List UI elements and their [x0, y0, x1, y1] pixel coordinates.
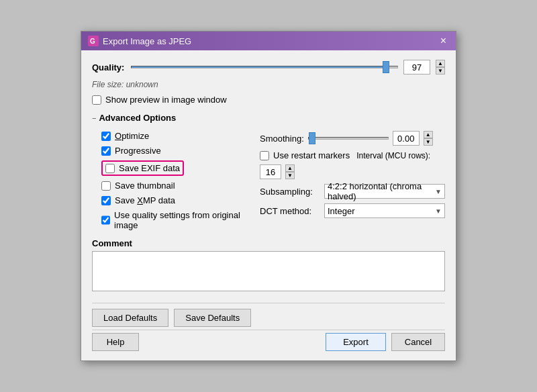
- interval-label: Interval (MCU rows):: [356, 151, 430, 160]
- save-xmp-label: Save XMP data: [115, 195, 175, 205]
- subsampling-value: 4:2:2 horizontal (chroma halved): [328, 181, 435, 201]
- left-column: Optimize Progressive Save EXIF data: [101, 131, 253, 230]
- smoothing-value[interactable]: 0.00: [393, 131, 420, 146]
- collapse-icon[interactable]: −: [92, 114, 96, 122]
- dct-row: DCT method: Integer ▼: [260, 203, 445, 218]
- help-button[interactable]: Help: [92, 333, 139, 351]
- advanced-options-content: Optimize Progressive Save EXIF data: [92, 131, 445, 230]
- restart-markers-row: Use restart markers Interval (MCU rows):…: [260, 150, 445, 179]
- comment-textarea[interactable]: [92, 251, 445, 291]
- save-exif-row: Save EXIF data: [101, 160, 253, 176]
- quality-slider-fill: [132, 66, 389, 68]
- close-button[interactable]: ×: [438, 36, 449, 46]
- cancel-button[interactable]: Cancel: [391, 333, 445, 351]
- smoothing-spin-down[interactable]: ▼: [424, 138, 433, 146]
- save-exif-highlight: Save EXIF data: [101, 160, 184, 176]
- use-quality-row: Use quality settings from original image: [101, 210, 253, 230]
- restart-markers-checkbox[interactable]: [260, 151, 269, 160]
- dct-dropdown-arrow: ▼: [435, 207, 442, 215]
- svg-text:G: G: [90, 38, 95, 45]
- dialog-title: Export Image as JPEG: [103, 36, 191, 46]
- use-quality-label: Use quality settings from original image: [114, 210, 253, 230]
- save-thumbnail-row: Save thumbnail: [101, 181, 253, 191]
- interval-spin: ▲ ▼: [285, 164, 295, 179]
- quality-label: Quality:: [92, 62, 126, 72]
- interval-value[interactable]: 16: [260, 164, 281, 179]
- title-bar: G Export Image as JPEG ×: [81, 32, 456, 50]
- smoothing-spin: ▲ ▼: [424, 131, 433, 146]
- progressive-row: Progressive: [101, 146, 253, 156]
- load-defaults-button[interactable]: Load Defaults: [92, 309, 168, 327]
- interval-spin-down[interactable]: ▼: [285, 172, 295, 179]
- quality-slider-track: [131, 66, 398, 68]
- subsampling-row: Subsampling: 4:2:2 horizontal (chroma ha…: [260, 184, 445, 199]
- show-preview-row: Show preview in image window: [92, 95, 445, 105]
- smoothing-spin-up[interactable]: ▲: [424, 131, 433, 138]
- advanced-options-header: − Advanced Options: [92, 113, 445, 123]
- title-bar-left: G Export Image as JPEG: [88, 36, 191, 46]
- export-button[interactable]: Export: [326, 333, 386, 351]
- smoothing-thumb: [309, 132, 315, 144]
- save-exif-checkbox[interactable]: [105, 164, 115, 173]
- interval-spin-up[interactable]: ▲: [285, 164, 295, 172]
- save-xmp-row: Save XMP data: [101, 195, 253, 205]
- save-thumbnail-label: Save thumbnail: [115, 181, 175, 191]
- quality-slider-container[interactable]: [131, 60, 398, 74]
- quality-spin-buttons: ▲ ▼: [436, 60, 445, 75]
- smoothing-slider[interactable]: [308, 137, 389, 140]
- show-preview-checkbox[interactable]: [92, 95, 101, 105]
- advanced-options-title: Advanced Options: [99, 113, 176, 123]
- smoothing-label: Smoothing:: [260, 134, 304, 144]
- show-preview-label: Show preview in image window: [105, 95, 227, 105]
- progressive-checkbox[interactable]: [101, 146, 111, 156]
- app-icon: G: [88, 36, 99, 46]
- subsampling-dropdown[interactable]: 4:2:2 horizontal (chroma halved) ▼: [324, 184, 445, 199]
- export-jpeg-dialog: G Export Image as JPEG × Quality: 97 ▲ ▼…: [81, 31, 456, 361]
- comment-section: Comment: [92, 238, 445, 293]
- quality-value[interactable]: 97: [403, 60, 430, 75]
- dct-label: DCT method:: [260, 206, 320, 216]
- quality-spin-up[interactable]: ▲: [436, 60, 445, 67]
- subsampling-label: Subsampling:: [260, 187, 320, 197]
- optimize-label: Optimize: [115, 131, 149, 141]
- action-buttons: Help Export Cancel: [81, 330, 456, 360]
- save-exif-label: Save EXIF data: [119, 163, 180, 173]
- dct-dropdown[interactable]: Integer ▼: [324, 203, 445, 218]
- dialog-body: Quality: 97 ▲ ▼ File size: unknown Show …: [81, 50, 456, 303]
- defaults-buttons: Load Defaults Save Defaults: [81, 303, 456, 330]
- restart-markers-label: Use restart markers: [273, 150, 350, 160]
- subsampling-dropdown-arrow: ▼: [435, 188, 442, 195]
- comment-label: Comment: [92, 238, 445, 248]
- optimize-checkbox[interactable]: [101, 132, 111, 141]
- optimize-row: Optimize: [101, 131, 253, 141]
- quality-slider-thumb: [383, 61, 389, 73]
- file-size-label: File size: unknown: [92, 80, 445, 89]
- save-thumbnail-checkbox[interactable]: [101, 181, 111, 191]
- quality-spin-down[interactable]: ▼: [436, 67, 445, 75]
- dct-value: Integer: [328, 206, 354, 216]
- smoothing-row: Smoothing: 0.00 ▲ ▼: [260, 131, 445, 146]
- quality-row: Quality: 97 ▲ ▼: [92, 60, 445, 75]
- use-quality-checkbox[interactable]: [101, 215, 110, 225]
- save-xmp-checkbox[interactable]: [101, 196, 111, 205]
- progressive-label: Progressive: [115, 146, 161, 156]
- save-defaults-button[interactable]: Save Defaults: [174, 309, 251, 327]
- right-column: Smoothing: 0.00 ▲ ▼ Use restart markers …: [260, 131, 445, 230]
